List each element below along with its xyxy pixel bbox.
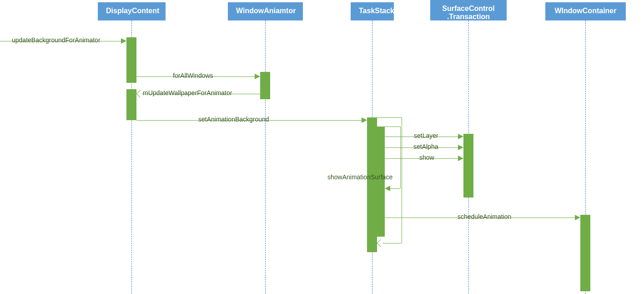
self-outer-top bbox=[377, 117, 402, 118]
self-inner-bottom bbox=[390, 188, 400, 189]
msg-update-wallpaper-label: mUpdateWallpaperForAnimator bbox=[143, 89, 232, 96]
participant-task-stack: TaskStack bbox=[351, 2, 394, 20]
msg-for-all-windows-label: forAllWindows bbox=[173, 72, 213, 79]
lifeline-window-animator bbox=[265, 20, 266, 294]
msg-set-animation-bg-arrow-icon bbox=[362, 117, 367, 123]
self-outer-arrow-icon bbox=[377, 239, 385, 247]
msg-set-alpha-label: setAlpha bbox=[413, 143, 438, 150]
msg-update-background-label: updateBackgroundForAnimator bbox=[12, 36, 101, 44]
activation-dc-1 bbox=[126, 37, 136, 83]
participant-window-container: WIndowContainer bbox=[545, 2, 626, 20]
participant-window-animator: WindowAniamtor bbox=[228, 2, 303, 20]
msg-schedule-animation-arrow-icon bbox=[575, 215, 580, 220]
activation-wa bbox=[260, 72, 270, 99]
self-outer-bottom bbox=[382, 243, 402, 243]
self-inner-vert bbox=[400, 127, 401, 188]
msg-for-all-windows-arrow-icon bbox=[255, 74, 260, 79]
msg-set-alpha-arrow-icon bbox=[458, 145, 463, 150]
activation-dc-2 bbox=[126, 89, 136, 120]
activation-ts-2 bbox=[375, 127, 385, 237]
msg-set-layer-arrow-icon bbox=[458, 134, 463, 139]
activation-sct bbox=[463, 134, 473, 198]
msg-show-animation-surface-label: showAnimationSurface bbox=[327, 173, 392, 181]
msg-set-layer-label: setLayer bbox=[414, 132, 438, 139]
msg-show-label: show bbox=[419, 154, 434, 161]
msg-set-animation-bg-label: setAnimationBackground bbox=[198, 116, 269, 123]
msg-show-arrow-icon bbox=[458, 156, 463, 161]
msg-update-background-arrow-icon bbox=[121, 38, 126, 44]
participant-surface-control-transaction: SurfaceControl .Transaction bbox=[430, 0, 507, 20]
self-inner-top bbox=[385, 127, 400, 127]
activation-wc bbox=[580, 215, 590, 291]
participant-display-content: DisplayContent bbox=[98, 2, 166, 20]
msg-schedule-animation-label: scheduleAnimation bbox=[458, 213, 511, 220]
self-inner-arrow-icon bbox=[385, 186, 390, 191]
